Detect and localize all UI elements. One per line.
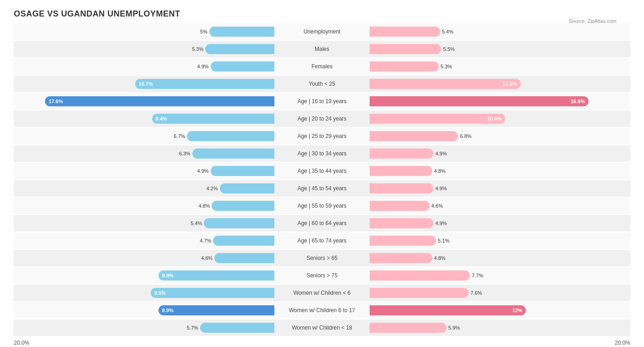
row-label: Age | 65 to 74 years: [276, 237, 368, 244]
row-label: Age | 25 to 29 years: [276, 133, 368, 139]
chart-row: 10.7% Youth < 25 11.6%: [14, 76, 630, 92]
row-label: Age | 45 to 54 years: [276, 185, 368, 192]
chart-row: 5.4% Age | 60 to 64 years 4.9%: [14, 215, 630, 231]
chart-row: 5.3% Males 5.5%: [14, 41, 630, 57]
row-label: Unemployment: [276, 28, 368, 35]
bar-left: [220, 183, 274, 193]
bar-right: [370, 236, 436, 246]
bar-right: [370, 131, 458, 141]
chart-row: 4.9% Age | 35 to 44 years 4.8%: [14, 163, 630, 179]
row-label: Women w/ Children 6 to 17: [276, 307, 368, 314]
bar-left: [187, 131, 274, 141]
bar-left: [211, 61, 274, 72]
row-label: Age | 16 to 19 years: [276, 98, 368, 105]
row-label: Women w/ Children < 6: [276, 290, 368, 296]
bar-left: [212, 201, 274, 211]
bar-right: 12%: [370, 305, 526, 315]
bar-right: [370, 44, 441, 54]
chart-row: 5% Unemployment 5.4%: [14, 23, 630, 40]
row-label: Age | 55 to 59 years: [276, 203, 368, 209]
bar-left: [209, 27, 274, 37]
chart-row: 5.7% Women w/ Children < 18 5.9%: [14, 319, 630, 336]
bar-left: [214, 253, 274, 263]
bar-left: [192, 149, 274, 159]
bar-right: 10.4%: [370, 114, 505, 124]
bar-left: 9.4%: [152, 114, 274, 124]
row-label: Youth < 25: [276, 81, 368, 87]
bar-right: [370, 270, 470, 281]
chart-row: 4.9% Females 5.3%: [14, 58, 630, 75]
bar-right: 11.6%: [370, 79, 521, 89]
row-label: Age | 60 to 64 years: [276, 220, 368, 226]
bar-left: [200, 323, 274, 333]
bar-left: 10.7%: [135, 79, 274, 89]
bar-left: [204, 218, 274, 228]
chart-row: 4.2% Age | 45 to 54 years 4.9%: [14, 180, 630, 197]
bar-right: [370, 288, 469, 298]
bar-right: [370, 61, 439, 72]
bar-right: [370, 149, 433, 159]
chart-row: 8.9% Seniors > 75 7.7%: [14, 267, 630, 284]
bar-left: [213, 236, 274, 246]
chart-row: 9.5% Women w/ Children < 6 7.6%: [14, 285, 630, 301]
row-label: Seniors > 75: [276, 272, 368, 279]
row-label: Females: [276, 63, 368, 70]
chart-row: 4.8% Age | 55 to 59 years 4.6%: [14, 198, 630, 214]
bar-right: [370, 323, 447, 333]
chart-row: 9.4% Age | 20 to 24 years 10.4%: [14, 110, 630, 127]
chart-row: 4.7% Age | 65 to 74 years 5.1%: [14, 232, 630, 249]
bar-right: [370, 27, 440, 37]
bar-left: 17.6%: [45, 96, 274, 106]
axis-left: 20.0%: [14, 340, 276, 346]
bar-right: [370, 201, 430, 211]
row-label: Age | 35 to 44 years: [276, 168, 368, 174]
chart-row: 4.6% Seniors > 65 4.8%: [14, 250, 630, 266]
chart-row: 8.9% Women w/ Children 6 to 17 12%: [14, 302, 630, 319]
chart-title: OSAGE VS UGANDAN UNEMPLOYMENT: [14, 9, 630, 19]
bar-left: 8.9%: [158, 305, 274, 315]
row-label: Age | 30 to 34 years: [276, 150, 368, 157]
chart-row: 6.3% Age | 30 to 34 years 4.9%: [14, 145, 630, 162]
axis-right: 20.0%: [368, 340, 630, 346]
bar-left: 8.9%: [158, 270, 274, 281]
row-label: Women w/ Children < 18: [276, 325, 368, 331]
bar-right: [370, 183, 433, 193]
bar-right: [370, 253, 432, 263]
bar-right: [370, 166, 432, 176]
chart-area: 5% Unemployment 5.4% 5.3%: [14, 23, 630, 336]
axis-row: 20.0% 20.0%: [14, 340, 630, 346]
bar-right: [370, 218, 433, 228]
bar-left: [211, 166, 274, 176]
chart-row: 17.6% Age | 16 to 19 years 16.8%: [14, 93, 630, 110]
chart-row: 6.7% Age | 25 to 29 years 6.8%: [14, 128, 630, 144]
bar-left: 9.5%: [151, 288, 274, 298]
row-label: Age | 20 to 24 years: [276, 116, 368, 122]
row-label: Males: [276, 46, 368, 52]
row-label: Seniors > 65: [276, 255, 368, 261]
bar-right: 16.8%: [370, 96, 589, 106]
bar-left: [205, 44, 274, 54]
